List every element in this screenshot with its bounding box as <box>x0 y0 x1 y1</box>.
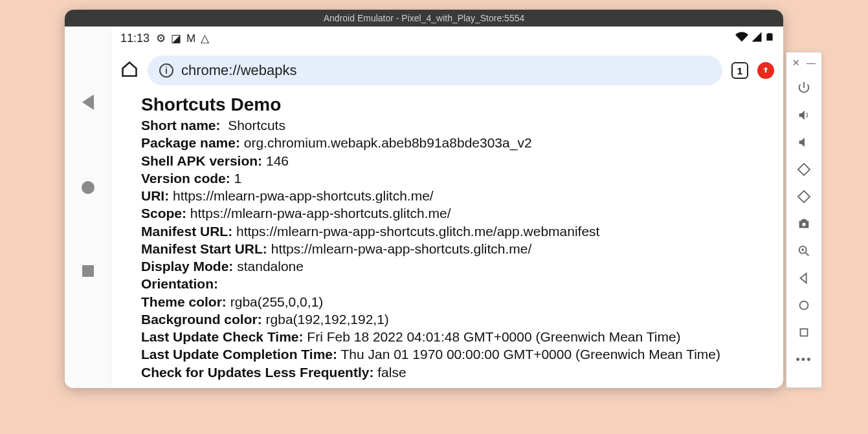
gmail-icon: M <box>186 32 195 45</box>
update-icon[interactable] <box>757 62 774 79</box>
home-button[interactable] <box>791 293 817 318</box>
close-icon[interactable]: ✕ <box>792 58 800 68</box>
screenshot-button[interactable] <box>791 212 817 236</box>
page-content: Shortcuts Demo Short name: Shortcuts Pac… <box>111 93 783 385</box>
rotate-right-button[interactable] <box>791 184 817 209</box>
window-title: Android Emulator - Pixel_4_with_Play_Sto… <box>324 13 525 23</box>
home-icon[interactable] <box>120 60 139 81</box>
status-bar: 11:13 ⚙ ◪ M △ <box>111 27 783 49</box>
signal-icon <box>751 31 762 46</box>
field-orientation: Orientation: <box>141 276 772 292</box>
window-titlebar: Android Emulator - Pixel_4_with_Play_Sto… <box>65 10 783 27</box>
field-version-code: Version code: 1 <box>141 170 772 187</box>
device-screen: 11:13 ⚙ ◪ M △ <box>111 27 783 388</box>
field-package-name: Package name: org.chromium.webapk.abeb8b… <box>141 135 772 151</box>
overview-button[interactable] <box>791 320 817 345</box>
status-left-icons: ⚙ ◪ M △ <box>156 32 209 45</box>
tab-count: 1 <box>737 65 742 76</box>
field-background-color: Background color: rgba(192,192,192,1) <box>141 311 772 328</box>
gear-icon: ⚙ <box>156 32 166 45</box>
zoom-button[interactable] <box>791 239 817 263</box>
field-shell-apk-version: Shell APK version: 146 <box>141 153 772 169</box>
svg-rect-1 <box>798 191 810 202</box>
back-button[interactable] <box>791 266 817 290</box>
status-time: 11:13 <box>120 32 150 45</box>
url-bar[interactable]: i chrome://webapks <box>148 56 722 85</box>
svg-rect-0 <box>798 164 810 175</box>
power-button[interactable] <box>791 76 817 100</box>
svg-point-2 <box>802 222 806 226</box>
nav-home-button[interactable] <box>82 181 95 194</box>
nav-back-button[interactable] <box>82 94 94 110</box>
status-right-icons <box>735 30 774 47</box>
android-navbar <box>65 27 111 388</box>
browser-toolbar: i chrome://webapks 1 <box>111 49 783 93</box>
battery-icon <box>765 30 774 47</box>
url-text: chrome://webapks <box>181 62 297 79</box>
emulator-window: Android Emulator - Pixel_4_with_Play_Sto… <box>65 10 783 388</box>
field-short-name: Short name: Shortcuts <box>141 117 772 134</box>
field-scope: Scope: https://mlearn-pwa-app-shortcuts.… <box>141 205 772 222</box>
wifi-icon <box>735 30 748 47</box>
more-button[interactable]: ••• <box>791 347 817 372</box>
volume-up-button[interactable] <box>791 103 817 127</box>
app-icon: ◪ <box>171 32 181 45</box>
rotate-left-button[interactable] <box>791 157 817 182</box>
emulator-side-toolbar: ✕ — ••• <box>786 52 822 388</box>
field-check-updates-less: Check for Updates Less Frequently: false <box>141 364 772 381</box>
field-display-mode: Display Mode: standalone <box>141 258 772 275</box>
volume-down-button[interactable] <box>791 130 817 155</box>
nav-recent-button[interactable] <box>82 265 94 277</box>
minimize-icon[interactable]: — <box>807 58 816 68</box>
svg-point-7 <box>800 301 808 310</box>
emulator-body: 11:13 ⚙ ◪ M △ <box>65 27 783 388</box>
field-uri: URI: https://mlearn-pwa-app-shortcuts.gl… <box>141 188 772 204</box>
svg-rect-8 <box>801 329 808 336</box>
field-last-update-check: Last Update Check Time: Fri Feb 18 2022 … <box>141 329 772 345</box>
tab-switcher[interactable]: 1 <box>731 62 748 79</box>
svg-line-4 <box>806 253 809 256</box>
info-icon[interactable]: i <box>159 63 173 78</box>
field-manifest-url: Manifest URL: https://mlearn-pwa-app-sho… <box>141 223 772 240</box>
triangle-icon: △ <box>201 32 209 45</box>
field-theme-color: Theme color: rgba(255,0,0,1) <box>141 294 772 310</box>
field-manifest-start-url: Manifest Start URL: https://mlearn-pwa-a… <box>141 241 772 257</box>
field-last-update-completion: Last Update Completion Time: Thu Jan 01 … <box>141 346 772 363</box>
page-title: Shortcuts Demo <box>141 93 772 116</box>
